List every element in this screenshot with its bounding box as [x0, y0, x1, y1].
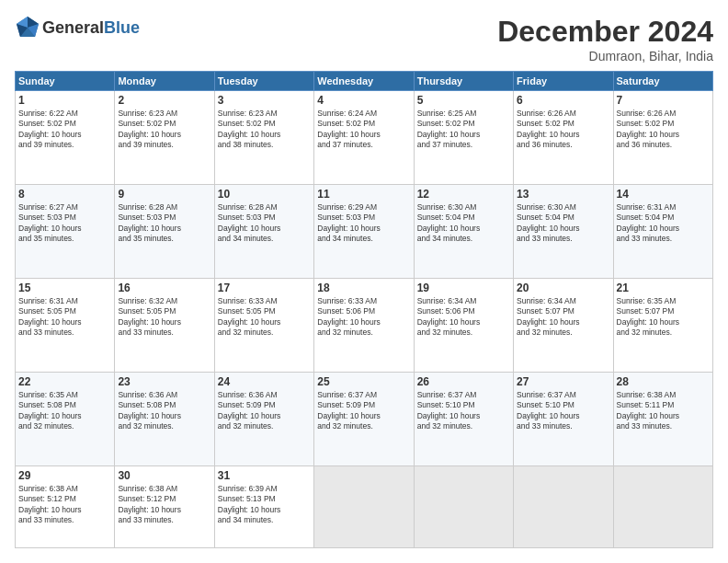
table-row: 6Sunrise: 6:26 AM Sunset: 5:02 PM Daylig… — [514, 91, 613, 185]
day-number: 17 — [218, 282, 311, 294]
col-saturday: Saturday — [613, 72, 712, 91]
day-info: Sunrise: 6:36 AM Sunset: 5:08 PM Dayligh… — [118, 390, 210, 432]
day-number: 25 — [317, 375, 410, 388]
col-wednesday: Wednesday — [314, 72, 414, 91]
day-number: 9 — [118, 188, 210, 201]
day-info: Sunrise: 6:33 AM Sunset: 5:05 PM Dayligh… — [218, 296, 311, 339]
table-row: 12Sunrise: 6:30 AM Sunset: 5:04 PM Dayli… — [414, 184, 513, 278]
table-row: 15Sunrise: 6:31 AM Sunset: 5:05 PM Dayli… — [16, 278, 115, 372]
day-number: 8 — [18, 188, 111, 201]
day-info: Sunrise: 6:38 AM Sunset: 5:12 PM Dayligh… — [118, 484, 210, 526]
table-row: 30Sunrise: 6:38 AM Sunset: 5:12 PM Dayli… — [115, 465, 214, 547]
day-info: Sunrise: 6:25 AM Sunset: 5:02 PM Dayligh… — [417, 109, 510, 151]
day-number: 6 — [517, 94, 609, 107]
day-number: 3 — [218, 94, 311, 107]
logo-text: GeneralBlue — [42, 19, 140, 37]
table-row: 19Sunrise: 6:34 AM Sunset: 5:06 PM Dayli… — [414, 278, 513, 372]
table-row: 17Sunrise: 6:33 AM Sunset: 5:05 PM Dayli… — [214, 278, 313, 372]
day-number: 7 — [617, 94, 710, 107]
table-row — [514, 465, 613, 547]
day-number: 1 — [18, 94, 111, 107]
day-info: Sunrise: 6:29 AM Sunset: 5:03 PM Dayligh… — [317, 202, 410, 245]
day-info: Sunrise: 6:33 AM Sunset: 5:06 PM Dayligh… — [317, 296, 410, 339]
day-info: Sunrise: 6:35 AM Sunset: 5:08 PM Dayligh… — [18, 390, 111, 432]
day-info: Sunrise: 6:34 AM Sunset: 5:06 PM Dayligh… — [417, 296, 510, 339]
table-row: 3Sunrise: 6:23 AM Sunset: 5:02 PM Daylig… — [214, 91, 313, 185]
logo: GeneralBlue — [15, 15, 140, 40]
col-tuesday: Tuesday — [214, 72, 313, 91]
day-number: 24 — [218, 375, 311, 388]
table-row: 18Sunrise: 6:33 AM Sunset: 5:06 PM Dayli… — [314, 278, 414, 372]
day-number: 5 — [417, 94, 510, 107]
day-info: Sunrise: 6:26 AM Sunset: 5:02 PM Dayligh… — [517, 109, 609, 151]
table-row: 1Sunrise: 6:22 AM Sunset: 5:02 PM Daylig… — [16, 91, 115, 185]
table-row: 27Sunrise: 6:37 AM Sunset: 5:10 PM Dayli… — [514, 372, 613, 465]
col-sunday: Sunday — [16, 72, 115, 91]
day-number: 16 — [118, 282, 210, 294]
day-info: Sunrise: 6:35 AM Sunset: 5:07 PM Dayligh… — [617, 296, 710, 339]
calendar-title: December 2024 — [497, 15, 713, 49]
day-info: Sunrise: 6:34 AM Sunset: 5:07 PM Dayligh… — [517, 296, 609, 339]
day-info: Sunrise: 6:27 AM Sunset: 5:03 PM Dayligh… — [18, 202, 111, 245]
table-row: 2Sunrise: 6:23 AM Sunset: 5:02 PM Daylig… — [115, 91, 214, 185]
col-friday: Friday — [514, 72, 613, 91]
day-info: Sunrise: 6:26 AM Sunset: 5:02 PM Dayligh… — [617, 109, 710, 151]
day-info: Sunrise: 6:30 AM Sunset: 5:04 PM Dayligh… — [417, 202, 510, 245]
table-row: 14Sunrise: 6:31 AM Sunset: 5:04 PM Dayli… — [613, 184, 712, 278]
day-info: Sunrise: 6:32 AM Sunset: 5:05 PM Dayligh… — [118, 296, 210, 339]
table-row: 31Sunrise: 6:39 AM Sunset: 5:13 PM Dayli… — [214, 465, 313, 547]
calendar-table: Sunday Monday Tuesday Wednesday Thursday… — [15, 71, 713, 548]
day-info: Sunrise: 6:38 AM Sunset: 5:12 PM Dayligh… — [18, 484, 111, 526]
day-info: Sunrise: 6:23 AM Sunset: 5:02 PM Dayligh… — [218, 109, 311, 151]
day-info: Sunrise: 6:28 AM Sunset: 5:03 PM Dayligh… — [118, 202, 210, 245]
table-row: 10Sunrise: 6:28 AM Sunset: 5:03 PM Dayli… — [214, 184, 313, 278]
col-monday: Monday — [115, 72, 214, 91]
table-row: 26Sunrise: 6:37 AM Sunset: 5:10 PM Dayli… — [414, 372, 513, 465]
day-info: Sunrise: 6:31 AM Sunset: 5:04 PM Dayligh… — [617, 202, 710, 245]
day-info: Sunrise: 6:22 AM Sunset: 5:02 PM Dayligh… — [18, 109, 111, 151]
day-number: 10 — [218, 188, 311, 201]
day-info: Sunrise: 6:37 AM Sunset: 5:09 PM Dayligh… — [317, 390, 410, 432]
table-row: 5Sunrise: 6:25 AM Sunset: 5:02 PM Daylig… — [414, 91, 513, 185]
day-number: 23 — [118, 375, 210, 388]
day-number: 27 — [517, 375, 609, 388]
table-row: 25Sunrise: 6:37 AM Sunset: 5:09 PM Dayli… — [314, 372, 414, 465]
col-thursday: Thursday — [414, 72, 513, 91]
title-block: December 2024 Dumraon, Bihar, India — [497, 15, 713, 63]
day-number: 18 — [317, 282, 410, 294]
logo-general: General — [42, 18, 104, 37]
logo-blue: Blue — [104, 18, 140, 37]
day-info: Sunrise: 6:31 AM Sunset: 5:05 PM Dayligh… — [18, 296, 111, 339]
day-number: 29 — [18, 469, 111, 482]
header: GeneralBlue December 2024 Dumraon, Bihar… — [15, 15, 713, 63]
day-number: 19 — [417, 282, 510, 294]
day-number: 15 — [18, 282, 111, 294]
page: GeneralBlue December 2024 Dumraon, Bihar… — [0, 0, 728, 563]
table-row: 29Sunrise: 6:38 AM Sunset: 5:12 PM Dayli… — [16, 465, 115, 547]
table-row: 23Sunrise: 6:36 AM Sunset: 5:08 PM Dayli… — [115, 372, 214, 465]
day-number: 26 — [417, 375, 510, 388]
day-number: 21 — [617, 282, 710, 294]
logo-icon — [15, 15, 40, 40]
table-row — [414, 465, 513, 547]
table-row: 20Sunrise: 6:34 AM Sunset: 5:07 PM Dayli… — [514, 278, 613, 372]
day-number: 4 — [317, 94, 410, 107]
table-row: 21Sunrise: 6:35 AM Sunset: 5:07 PM Dayli… — [613, 278, 712, 372]
table-row: 9Sunrise: 6:28 AM Sunset: 5:03 PM Daylig… — [115, 184, 214, 278]
day-number: 30 — [118, 469, 210, 482]
table-row: 28Sunrise: 6:38 AM Sunset: 5:11 PM Dayli… — [613, 372, 712, 465]
day-number: 2 — [118, 94, 210, 107]
table-row — [613, 465, 712, 547]
calendar-subtitle: Dumraon, Bihar, India — [497, 49, 713, 63]
table-row — [314, 465, 414, 547]
day-info: Sunrise: 6:28 AM Sunset: 5:03 PM Dayligh… — [218, 202, 311, 245]
day-info: Sunrise: 6:38 AM Sunset: 5:11 PM Dayligh… — [617, 390, 710, 432]
day-info: Sunrise: 6:37 AM Sunset: 5:10 PM Dayligh… — [417, 390, 510, 432]
table-row: 11Sunrise: 6:29 AM Sunset: 5:03 PM Dayli… — [314, 184, 414, 278]
day-number: 11 — [317, 188, 410, 201]
day-info: Sunrise: 6:24 AM Sunset: 5:02 PM Dayligh… — [317, 109, 410, 151]
table-row: 24Sunrise: 6:36 AM Sunset: 5:09 PM Dayli… — [214, 372, 313, 465]
day-number: 13 — [517, 188, 609, 201]
day-info: Sunrise: 6:39 AM Sunset: 5:13 PM Dayligh… — [218, 484, 311, 526]
table-row: 16Sunrise: 6:32 AM Sunset: 5:05 PM Dayli… — [115, 278, 214, 372]
